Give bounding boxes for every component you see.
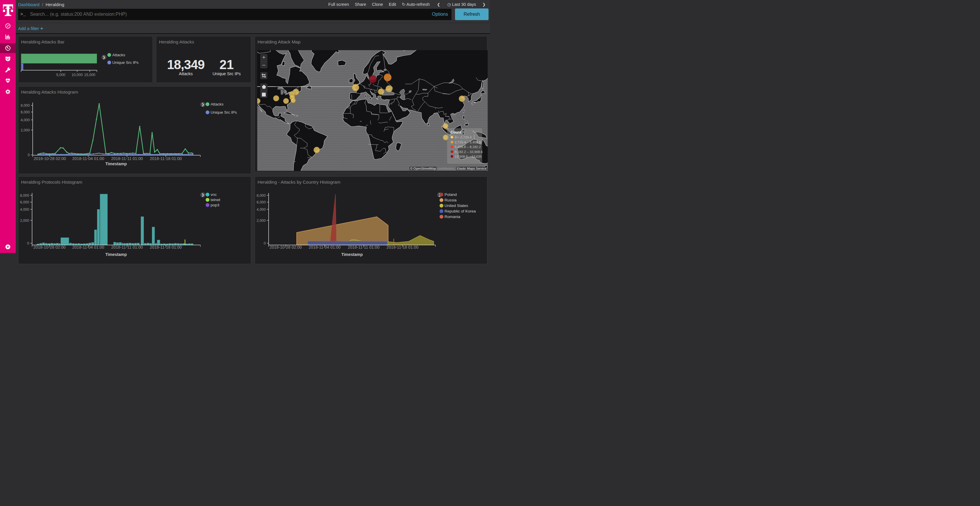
svg-text:2018-11-04 01:00: 2018-11-04 01:00 (72, 156, 104, 161)
svg-text:2018-11-04 01:00: 2018-11-04 01:00 (309, 245, 340, 249)
svg-text:2018-11-18 01:00: 2018-11-18 01:00 (387, 245, 418, 249)
svg-text:2018-11-18 01:00: 2018-11-18 01:00 (150, 245, 182, 249)
svg-text:Timestamp: Timestamp (341, 252, 363, 253)
svg-text:2018-11-18 01:00: 2018-11-18 01:00 (150, 156, 182, 161)
svg-text:2,000: 2,000 (21, 128, 30, 132)
svg-text:15,000: 15,000 (84, 73, 95, 77)
svg-text:2018-11-04 01:00: 2018-11-04 01:00 (72, 245, 104, 249)
svg-text:2018-10-28 02:00: 2018-10-28 02:00 (33, 245, 65, 249)
svg-text:0: 0 (264, 241, 266, 246)
svg-text:0: 0 (27, 241, 29, 246)
svg-text:2018-11-11 01:00: 2018-11-11 01:00 (348, 245, 379, 249)
svg-text:2018-11-11 01:00: 2018-11-11 01:00 (111, 156, 143, 161)
svg-text:6,000: 6,000 (257, 200, 266, 204)
svg-text:Timestamp: Timestamp (105, 162, 127, 166)
svg-text:2018-10-28 02:00: 2018-10-28 02:00 (33, 156, 66, 161)
svg-text:8,000: 8,000 (21, 103, 30, 108)
svg-text:4,000: 4,000 (21, 118, 30, 122)
svg-text:2,000: 2,000 (257, 219, 266, 223)
svg-text:6,000: 6,000 (21, 110, 30, 114)
svg-text:2018-11-11 01:00: 2018-11-11 01:00 (111, 245, 143, 249)
svg-text:8,000: 8,000 (257, 194, 266, 198)
svg-text:2018-10-28 02:00: 2018-10-28 02:00 (269, 245, 302, 249)
svg-text:4,000: 4,000 (257, 208, 266, 212)
svg-text:2,000: 2,000 (20, 219, 29, 223)
svg-text:5,000: 5,000 (56, 73, 65, 77)
svg-text:8,000: 8,000 (20, 194, 29, 198)
svg-text:0: 0 (28, 153, 30, 157)
svg-text:10,000: 10,000 (72, 73, 83, 77)
svg-text:4,000: 4,000 (20, 208, 29, 212)
svg-text:Timestamp: Timestamp (105, 252, 127, 253)
svg-text:6,000: 6,000 (20, 200, 29, 204)
